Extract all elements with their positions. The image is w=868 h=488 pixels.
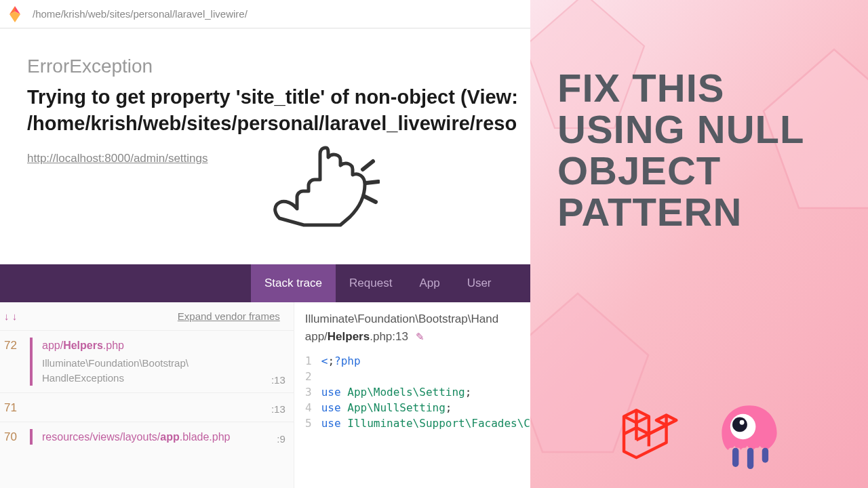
path-bar: /home/krish/web/sites/personal/laravel_l… bbox=[0, 0, 530, 28]
code-header: Illuminate\Foundation\Bootstrap\Hand app… bbox=[294, 302, 530, 353]
promo-panel: FIX THIS USING NULL OBJECT PATTERN bbox=[530, 0, 868, 488]
svg-rect-6 bbox=[732, 448, 738, 467]
frame-body: app/Helpers.phpIlluminate\Foundation\Boo… bbox=[42, 338, 271, 386]
stack-frame-row[interactable]: 70resources/views/layouts/app.blade.php:… bbox=[0, 422, 294, 451]
request-url-link[interactable]: http://localhost:8000/admin/settings bbox=[27, 152, 208, 165]
frame-body: resources/views/layouts/app.blade.php bbox=[42, 429, 277, 445]
project-path: /home/krish/web/sites/personal/laravel_l… bbox=[33, 8, 248, 20]
svg-point-5 bbox=[740, 420, 745, 425]
frame-active-bar bbox=[30, 429, 33, 445]
stack-frame-row[interactable]: 72app/Helpers.phpIlluminate\Foundation\B… bbox=[0, 330, 294, 392]
frame-number: 71 bbox=[4, 400, 27, 415]
frame-line-number: :13 bbox=[271, 374, 285, 386]
stack-frames-column: ↓ ↓ Expand vendor frames 72app/Helpers.p… bbox=[0, 302, 294, 488]
frame-active-bar bbox=[30, 400, 33, 415]
svg-point-4 bbox=[732, 417, 747, 432]
laravel-logo-icon bbox=[616, 404, 679, 466]
svg-rect-8 bbox=[762, 448, 768, 463]
tab-request[interactable]: Request bbox=[336, 264, 406, 302]
code-line: 3use App\Models\Setting; bbox=[294, 384, 530, 400]
frame-line-number: :9 bbox=[277, 433, 285, 445]
frame-line-number: :13 bbox=[271, 403, 285, 415]
tab-stack-trace[interactable]: Stack trace bbox=[251, 264, 336, 302]
stack-frame-row[interactable]: 71:13 bbox=[0, 392, 294, 422]
frame-active-bar bbox=[30, 338, 33, 386]
tabs-bar: Stack trace Request App User bbox=[0, 264, 530, 302]
code-line: 2 bbox=[294, 369, 530, 384]
code-lines: 1<;?php23use App\Models\Setting;4use App… bbox=[294, 353, 530, 431]
ignition-logo-icon bbox=[7, 5, 23, 24]
error-message: Trying to get property 'site_title' of n… bbox=[27, 84, 530, 137]
frame-number: 70 bbox=[4, 429, 27, 444]
code-line: 4use App\NullSetting; bbox=[294, 400, 530, 415]
svg-rect-7 bbox=[747, 448, 753, 469]
frame-number: 72 bbox=[4, 338, 27, 352]
pointer-hand-icon bbox=[264, 142, 380, 230]
expand-vendor-frames-link[interactable]: Expand vendor frames bbox=[178, 310, 280, 322]
tab-app[interactable]: App bbox=[406, 264, 453, 302]
code-preview-column: Illuminate\Foundation\Bootstrap\Hand app… bbox=[294, 302, 530, 488]
exception-class: ErrorException bbox=[27, 56, 530, 77]
code-line: 5use Illuminate\Support\Facades\C bbox=[294, 415, 530, 431]
edit-icon[interactable]: ✎ bbox=[416, 331, 425, 342]
livewire-logo-icon bbox=[717, 401, 782, 469]
sort-icon[interactable]: ↓ ↓ bbox=[4, 310, 17, 322]
tab-user[interactable]: User bbox=[454, 264, 505, 302]
promo-headline: FIX THIS USING NULL OBJECT PATTERN bbox=[557, 68, 841, 233]
code-line: 1<;?php bbox=[294, 353, 530, 369]
